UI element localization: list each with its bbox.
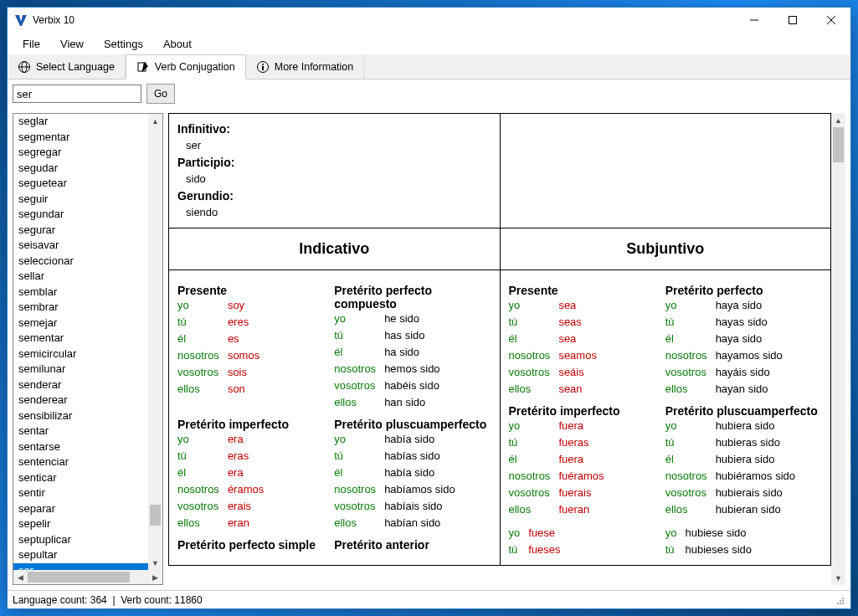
pronoun: yo	[665, 418, 716, 434]
list-item[interactable]: segurar	[13, 223, 162, 239]
verb-form: soy	[228, 297, 259, 314]
tab-label: Select Language	[36, 61, 115, 73]
pronoun: yo	[509, 418, 559, 434]
scroll-down-icon[interactable]: ▼	[831, 571, 845, 585]
verb-form: era	[228, 465, 264, 481]
verb-form: haya sido	[716, 331, 783, 347]
pronoun: ellos	[509, 381, 559, 398]
svg-rect-2	[789, 17, 797, 24]
tense-title: Pretérito imperfecto	[177, 418, 334, 431]
verb-form: fuéramos	[558, 468, 604, 485]
tab-label: More Information	[275, 61, 353, 73]
verblist-vscrollbar[interactable]: ▲ ▼	[148, 114, 162, 570]
pronoun: nosotros	[334, 481, 384, 498]
list-item[interactable]: sentir	[13, 485, 162, 501]
verb-form: seáis	[558, 364, 597, 381]
pronoun: ellos	[509, 501, 559, 518]
go-button[interactable]: Go	[146, 84, 175, 104]
conjugation-vscrollbar[interactable]: ▲ ▼	[831, 113, 845, 585]
pronoun: yo	[665, 297, 716, 314]
menu-about[interactable]: About	[155, 35, 200, 53]
pronoun: tú	[665, 542, 686, 558]
list-item[interactable]: senticar	[13, 470, 162, 486]
list-item[interactable]: semblar	[13, 285, 162, 300]
list-item[interactable]: sensibilizar	[13, 408, 162, 424]
list-item[interactable]: semilunar	[13, 362, 162, 377]
menu-view[interactable]: View	[52, 35, 92, 53]
close-button[interactable]	[812, 8, 850, 33]
list-item[interactable]: seguetear	[13, 176, 162, 192]
main-area: seglarsegmentarsegregarsegudarseguetears…	[8, 108, 850, 590]
tense-title: Presente	[509, 284, 665, 297]
infinitive-block: Infinitivo: ser Participio: sido Gerundi…	[177, 121, 491, 221]
list-item[interactable]: semicircular	[13, 346, 162, 362]
list-item[interactable]: sepelir	[13, 516, 162, 532]
pronoun: ellos	[334, 394, 384, 411]
list-item[interactable]: septuplicar	[13, 532, 162, 548]
list-item[interactable]: sembrar	[13, 300, 162, 316]
resize-grip-icon[interactable]	[834, 594, 845, 606]
list-item[interactable]: seguir	[13, 192, 162, 208]
minimize-button[interactable]	[735, 8, 773, 33]
verb-form: haya sido	[716, 297, 783, 314]
list-item[interactable]: separar	[13, 501, 162, 517]
tab-verb-conjugation[interactable]: Verb Conjugation	[126, 54, 246, 80]
scroll-up-icon[interactable]: ▲	[831, 113, 845, 127]
list-item[interactable]: sepultar	[13, 547, 162, 563]
pronoun: él	[665, 331, 716, 347]
verb-list: seglarsegmentarsegregarsegudarseguetears…	[13, 113, 163, 585]
list-item[interactable]: sentenciar	[13, 454, 162, 470]
scroll-right-icon[interactable]: ▶	[148, 570, 162, 584]
menu-file[interactable]: File	[14, 35, 49, 53]
list-item[interactable]: segudar	[13, 161, 162, 177]
list-item[interactable]: seisavar	[13, 238, 162, 254]
verb-form: eras	[228, 448, 264, 465]
maximize-button[interactable]	[773, 8, 812, 33]
list-item[interactable]: segundar	[13, 207, 162, 223]
svg-point-12	[842, 598, 844, 599]
list-item[interactable]: senderar	[13, 377, 162, 393]
menubar: File View Settings About	[8, 33, 850, 54]
verb-form: fueses	[528, 542, 560, 558]
pronoun: yo	[334, 311, 384, 327]
pronoun: nosotros	[665, 468, 716, 485]
verb-form: hayas sido	[716, 314, 783, 331]
pronoun: yo	[509, 297, 559, 314]
menu-settings[interactable]: Settings	[95, 35, 152, 53]
tab-select-language[interactable]: Select Language	[8, 54, 126, 79]
pronoun: vosotros	[334, 498, 384, 515]
list-item[interactable]: seleccionar	[13, 254, 162, 270]
list-item[interactable]: seglar	[13, 114, 162, 130]
verb-search-input[interactable]	[13, 85, 141, 103]
verb-form: hubiese sido	[685, 525, 752, 542]
scroll-down-icon[interactable]: ▼	[148, 556, 162, 570]
list-item[interactable]: segmentar	[13, 130, 162, 146]
list-item[interactable]: sementar	[13, 331, 162, 346]
list-item[interactable]: semejar	[13, 316, 162, 331]
list-item[interactable]: senderear	[13, 393, 162, 408]
pronoun: vosotros	[177, 498, 228, 515]
svg-marker-0	[15, 15, 27, 26]
titlebar: Verbix 10	[8, 8, 850, 33]
list-item[interactable]: sentarse	[13, 439, 162, 455]
list-item[interactable]: sentar	[13, 424, 162, 439]
scroll-up-icon[interactable]: ▲	[148, 114, 162, 128]
svg-point-15	[837, 603, 839, 604]
verb-form: habías sido	[384, 448, 455, 465]
pronoun: vosotros	[509, 364, 559, 381]
pronoun: yo	[177, 297, 228, 314]
verb-form: fuese	[528, 525, 560, 542]
tab-more-info[interactable]: More Information	[246, 54, 364, 79]
tense-title: Pretérito perfecto	[665, 284, 822, 297]
globe-icon	[18, 60, 31, 74]
verblist-hscrollbar[interactable]: ◀ ▶	[13, 570, 162, 584]
list-item[interactable]: segregar	[13, 145, 162, 161]
verb-form: seamos	[558, 347, 597, 364]
verb-form: hayáis sido	[716, 364, 783, 381]
verb-form: hubieses sido	[685, 542, 752, 558]
scroll-left-icon[interactable]: ◀	[13, 570, 28, 584]
tense-title: Pretérito imperfecto	[509, 404, 665, 418]
verb-form: he sido	[384, 311, 439, 327]
tense-title: Pretérito perfecto simple	[177, 538, 334, 552]
list-item[interactable]: sellar	[13, 269, 162, 285]
